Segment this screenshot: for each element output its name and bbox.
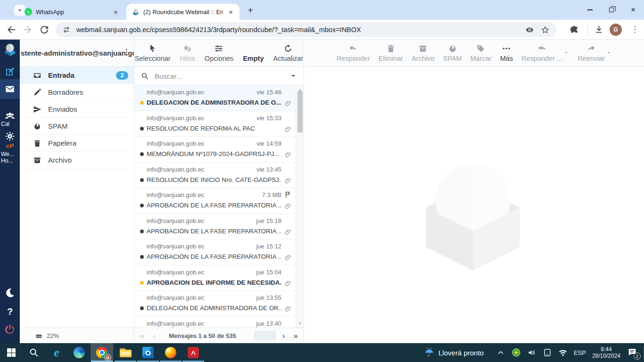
site-settings-icon[interactable] — [62, 25, 71, 34]
address-bar[interactable]: webmail.sanjuan.gob.ec/cpsess5986424213/… — [56, 22, 556, 37]
toolbar-button-archivo[interactable]: Archivo — [412, 44, 434, 62]
downloads-icon[interactable] — [594, 25, 604, 34]
message-row[interactable]: info@sanjuan.gob.ecvie 13:45RESOLUCIÓN D… — [134, 163, 296, 189]
scroll-down-icon[interactable]: ▼ — [296, 320, 304, 327]
toolbar-button-m-s[interactable]: Más — [500, 44, 513, 62]
weather-text[interactable]: Lloverá pronto — [438, 349, 484, 357]
search-options-chevron-icon[interactable] — [289, 72, 297, 80]
contacts-icon[interactable] — [0, 110, 20, 122]
message-status-dot[interactable] — [140, 178, 144, 182]
extensions-icon[interactable] — [570, 25, 579, 34]
toolbar-button-empty[interactable]: Empty — [243, 44, 264, 62]
back-icon[interactable] — [6, 24, 17, 35]
tab-close-icon[interactable]: × — [112, 8, 120, 16]
toolbar-button-reenviar[interactable]: Reenviar — [578, 44, 605, 62]
rail-item-calendar[interactable]: Cal — [0, 121, 20, 127]
toolbar-button-hilos[interactable]: Hilos — [180, 44, 195, 62]
message-status-dot[interactable] — [140, 255, 144, 259]
toolbar-button-eliminar[interactable]: Eliminar — [379, 44, 403, 62]
last-page-button[interactable]: » — [292, 332, 300, 340]
toolbar-button-responder[interactable]: Responder — [337, 44, 370, 62]
compose-icon[interactable] — [0, 66, 20, 77]
taskbar-app-acrobat[interactable] — [182, 343, 205, 362]
taskbar-app-search[interactable] — [23, 343, 45, 362]
message-row[interactable]: info@sanjuan.gob.ecjue 15:12APROBACIÓN D… — [134, 239, 296, 265]
notification-center-icon[interactable]: 2 — [627, 347, 639, 358]
scrollbar-thumb[interactable] — [297, 91, 303, 132]
taskbar-app-outlook[interactable]: O — [137, 343, 159, 362]
cpanel-logo-icon[interactable]: cP — [0, 142, 20, 149]
taskbar-app-explorer[interactable] — [114, 343, 137, 362]
bookmark-star-icon[interactable] — [541, 25, 550, 34]
chevron-down-icon[interactable] — [563, 50, 569, 56]
forward-icon[interactable] — [22, 24, 33, 35]
browser-tab-whatsapp[interactable]: WhatsApp × — [19, 4, 124, 20]
message-status-dot[interactable] — [140, 152, 144, 156]
volume-icon[interactable] — [527, 348, 537, 357]
page-number-input[interactable] — [254, 331, 276, 341]
taskbar-app-start[interactable] — [0, 343, 23, 362]
chevron-down-icon[interactable] — [606, 50, 611, 56]
toolbar-button-marcar[interactable]: Marcar — [471, 44, 492, 62]
list-scrollbar[interactable]: ▲ ▼ — [296, 85, 304, 328]
message-row[interactable]: info@sanjuan.gob.ecjue 15:04APROBACION D… — [134, 265, 296, 291]
toolbar-button-seleccionar[interactable]: Seleccionar — [135, 44, 171, 62]
message-status-dot[interactable] — [140, 101, 144, 105]
message-row[interactable]: info@sanjuan.gob.ecjue 13:55DELEGACION D… — [134, 291, 296, 317]
settings-gear-icon[interactable] — [0, 131, 20, 141]
account-menu-icon[interactable]: ⋮ — [123, 48, 130, 56]
minimize-button[interactable] — [579, 0, 601, 20]
prev-page-button[interactable]: ‹ — [151, 332, 157, 340]
sidebar-item-borradores[interactable]: Borradores — [20, 84, 134, 101]
toolbar-button-responder[interactable]: Responder ... — [521, 44, 562, 62]
clock[interactable]: 8:44 28/10/2024 — [592, 346, 620, 359]
sidebar-item-spam[interactable]: SPAM — [20, 118, 134, 135]
sidebar-item-enviados[interactable]: Enviados — [20, 101, 134, 118]
tab-close-icon[interactable]: × — [227, 8, 235, 16]
dark-mode-moon-icon[interactable] — [0, 287, 20, 298]
flag-icon[interactable] — [284, 191, 292, 198]
taskbar-app-ie[interactable]: e — [45, 343, 68, 362]
message-row[interactable]: info@sanjuan.gob.ec7.3 MBAPROBACIÓN DE L… — [134, 188, 296, 214]
message-row[interactable]: info@sanjuan.gob.ecjue 15:18APROBACIÓN D… — [134, 214, 296, 240]
restore-button[interactable] — [601, 0, 622, 20]
weather-icon[interactable] — [424, 347, 435, 358]
cast-icon[interactable] — [543, 348, 552, 357]
reload-icon[interactable] — [39, 24, 50, 35]
taskbar-app-firefox[interactable] — [159, 343, 182, 362]
sidebar-item-papelera[interactable]: Papelera — [20, 135, 134, 152]
message-row[interactable]: info@sanjuan.gob.ecvie 15:33RESOLUCION D… — [134, 111, 296, 137]
new-tab-button[interactable]: + — [244, 4, 256, 16]
taskbar-app-edge[interactable] — [68, 343, 91, 362]
profile-avatar[interactable]: G — [610, 24, 622, 36]
toolbar-button-actualizar[interactable]: Actualizar — [273, 44, 303, 62]
message-status-dot[interactable] — [140, 127, 144, 131]
message-row[interactable]: info@sanjuan.gob.ecvie 15:46DELEGACION D… — [134, 85, 296, 111]
message-status-dot[interactable] — [140, 204, 144, 207]
message-status-dot[interactable] — [140, 230, 144, 233]
toolbar-button-opciones[interactable]: Opciones — [205, 44, 233, 62]
browser-menu-icon[interactable]: ⋮ — [631, 24, 639, 35]
next-page-button[interactable]: › — [281, 332, 287, 340]
close-button[interactable]: × — [622, 0, 644, 20]
toolbar-button-spam[interactable]: SPAM — [443, 44, 462, 62]
antivirus-icon[interactable] — [512, 348, 521, 357]
message-row[interactable]: info@sanjuan.gob.ecjue 13:40 — [134, 317, 296, 328]
message-status-dot[interactable] — [140, 281, 144, 285]
tray-chevron-up-icon[interactable] — [496, 348, 505, 357]
rail-item-webmail-home-2[interactable]: Ho... — [0, 157, 20, 164]
rail-item-webmail-home-1[interactable]: We... — [0, 151, 20, 157]
wifi-icon[interactable] — [558, 348, 568, 357]
search-input[interactable] — [154, 72, 285, 81]
sidebar-item-entrada[interactable]: Entrada2 — [20, 67, 134, 84]
eye-icon[interactable] — [525, 25, 534, 34]
help-icon[interactable]: ? — [0, 306, 20, 317]
message-row[interactable]: info@sanjuan.gob.ecvie 14:59MEMORÁNDUM N… — [134, 137, 296, 163]
logout-power-icon[interactable] — [0, 323, 20, 336]
rail-item-mail[interactable] — [0, 79, 20, 99]
browser-tab-roundcube[interactable]: (2) Roundcube Webmail :: Entra × — [126, 4, 239, 20]
first-page-button[interactable]: « — [138, 332, 146, 340]
message-status-dot[interactable] — [140, 306, 144, 310]
language-indicator[interactable]: ESP — [574, 349, 586, 356]
taskbar-app-chrome[interactable]: G — [91, 343, 113, 362]
